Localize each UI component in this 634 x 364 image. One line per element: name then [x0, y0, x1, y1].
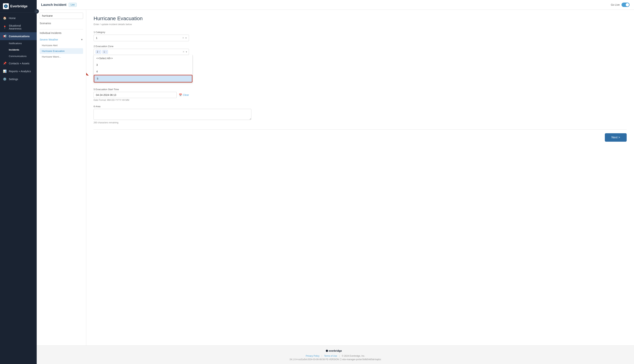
footer-logo: everbridge: [40, 348, 631, 354]
evacuation-zone-clear-icon[interactable]: ×: [183, 50, 184, 54]
sidebar-item-communications-label: Communications: [9, 35, 30, 38]
page-title: Launch Incident: [41, 3, 66, 7]
evacuation-zone-number: 2: [94, 45, 95, 48]
home-icon: 🏠: [3, 16, 7, 20]
date-field-row: 📅 Clear: [94, 92, 189, 98]
left-panel: Scenarios Individual Incidents Severe We…: [37, 10, 86, 346]
sidebar-item-contacts-assets-label: Contacts + Assets: [9, 62, 29, 65]
category-field-number: 1: [94, 31, 95, 34]
area-field-name: Area: [95, 105, 100, 108]
clear-date-button[interactable]: 📅 Clear: [179, 94, 189, 96]
category-chevron-icon: ▼: [81, 38, 83, 41]
sidebar-item-home-label: Home: [9, 17, 16, 20]
incident-title: Hurricane Evacuation: [94, 16, 627, 22]
area-textarea[interactable]: [94, 109, 251, 120]
sidebar: Everbridge ‹‹ 🏠 Home 📍 Situational Aware…: [0, 0, 37, 364]
sidebar-notifications-label: Notifications: [9, 42, 22, 45]
terms-of-use-link[interactable]: Terms of Use: [324, 355, 337, 357]
evacuation-start-time-number: 5: [94, 88, 95, 91]
evacuation-zone-dropdown: <<Select All>> 3 4 5: [94, 55, 193, 83]
severe-weather-label: Severe Weather: [40, 38, 58, 41]
sidebar-item-home[interactable]: 🏠 Home: [0, 14, 37, 22]
calendar-icon: 📅: [179, 94, 182, 96]
evacuation-zone-tag-2-remove[interactable]: ×: [99, 51, 100, 53]
app-name: Everbridge: [10, 4, 28, 8]
bottom-section: Next >: [94, 130, 627, 142]
sidebar-incidents-label: Incidents: [9, 48, 19, 51]
communications-icon: 📢: [3, 34, 7, 38]
next-button[interactable]: Next >: [605, 133, 627, 142]
clear-date-label: Clear: [183, 94, 189, 96]
settings-icon: ⚙️: [3, 77, 7, 81]
incident-subtitle: Enter / update incident details below: [94, 23, 627, 26]
evacuation-start-time-section: 5 Evacuation Start Time 📅 Clear Date For…: [94, 88, 627, 101]
footer-copyright: © 2024 Everbridge, Inc.: [342, 355, 365, 357]
evacuation-zone-multiselect[interactable]: 2 × 1 × × ▾: [94, 49, 189, 55]
incident-hurricane-alert[interactable]: Hurricane Alert: [40, 42, 83, 48]
svg-text:everbridge: everbridge: [329, 349, 342, 352]
category-field-section: 1 Category 1 × ▾: [94, 31, 627, 41]
category-dropdown-icon[interactable]: ▾: [185, 37, 187, 39]
go-live-toggle[interactable]: [621, 2, 629, 7]
sidebar-item-incidents[interactable]: Incidents: [0, 46, 37, 53]
topbar-right: Go Live: [611, 2, 629, 7]
area-field-number: 6: [94, 105, 95, 108]
info-icon: ⓘ: [340, 358, 342, 361]
topbar: Launch Incident Live Go Live: [37, 0, 634, 10]
sidebar-item-settings-label: Settings: [9, 78, 18, 81]
right-panel: Hurricane Evacuation Enter / update inci…: [86, 10, 634, 346]
sidebar-navigation: 🏠 Home 📍 Situational Awareness 📢 Communi…: [0, 13, 37, 364]
topbar-left: Launch Incident Live: [41, 3, 77, 7]
severe-weather-category[interactable]: Severe Weather ▼: [40, 37, 83, 42]
sidebar-item-reports-analytics[interactable]: 📊 Reports + Analytics: [0, 67, 37, 75]
evacuation-zone-field-section: 2 Evacuation Zone 2 × 1 ×: [94, 45, 627, 55]
sidebar-item-communications-sub[interactable]: Communications: [0, 53, 37, 60]
evacuation-zone-field-label: 2 Evacuation Zone: [94, 45, 627, 48]
evacuation-zone-tag-1-remove[interactable]: ×: [106, 51, 107, 53]
everbridge-logo-icon: [3, 3, 9, 9]
sidebar-item-situational-awareness-label: Situational Awareness: [9, 24, 34, 30]
evacuation-start-time-label: 5 Evacuation Start Time: [94, 88, 627, 91]
live-badge: Live: [69, 3, 77, 7]
search-input[interactable]: [40, 13, 83, 19]
scenarios-label: Scenarios: [40, 22, 83, 25]
sidebar-item-situational-awareness[interactable]: 📍 Situational Awareness: [0, 22, 37, 32]
footer-version: 24.1.0.4-ca31a5d-2024-03-06-06:56 FE-VER…: [40, 358, 631, 361]
sidebar-communications-sub-label: Communications: [9, 55, 27, 58]
dropdown-select-all[interactable]: <<Select All>>: [94, 55, 192, 62]
category-clear-icon[interactable]: ×: [182, 36, 184, 40]
incident-hurricane-evacuation[interactable]: Hurricane Evacuation: [40, 48, 83, 54]
privacy-policy-link[interactable]: Privacy Policy: [306, 355, 320, 357]
individual-incidents-label: Individual Incidents: [40, 32, 83, 34]
reports-analytics-icon: 📊: [3, 70, 7, 73]
content-area: Scenarios Individual Incidents Severe We…: [37, 10, 634, 346]
area-field-section: 6 Area 260 characters remaining: [94, 105, 627, 124]
dropdown-item-3[interactable]: 3: [94, 62, 192, 68]
sidebar-logo: Everbridge: [0, 0, 37, 13]
dropdown-item-5[interactable]: 5: [94, 75, 192, 82]
sidebar-item-reports-analytics-label: Reports + Analytics: [9, 70, 31, 73]
sidebar-item-communications[interactable]: 📢 Communications: [0, 32, 37, 40]
date-input[interactable]: [94, 92, 177, 98]
evacuation-start-time-name: Evacuation Start Time: [96, 88, 119, 91]
evacuation-zone-name: Evacuation Zone: [96, 45, 114, 48]
dropdown-item-4[interactable]: 4: [94, 68, 192, 75]
footer-links: Privacy Policy | Terms of Use | © 2024 E…: [40, 355, 631, 357]
actions-row: Next >: [94, 133, 627, 142]
category-select-value: 1: [96, 36, 182, 40]
footer-everbridge-logo: everbridge: [324, 348, 346, 353]
char-remaining: 260 characters remaining: [94, 121, 627, 124]
evacuation-zone-tag-1: 1 ×: [102, 50, 108, 54]
incident-hurricane-warning[interactable]: Hurricane Warni...: [40, 54, 83, 60]
footer: everbridge Privacy Policy | Terms of Use…: [37, 346, 634, 364]
situational-awareness-icon: 📍: [3, 26, 7, 29]
sidebar-item-contacts-assets[interactable]: 📌 Contacts + Assets: [0, 60, 37, 67]
contacts-assets-icon: 📌: [3, 62, 7, 65]
date-format-hint: Date Format: MM-DD-YYYY HH:MM: [94, 99, 627, 101]
sidebar-item-settings[interactable]: ⚙️ Settings: [0, 75, 37, 83]
category-select[interactable]: 1 × ▾: [94, 35, 189, 41]
main-area: Launch Incident Live Go Live Scenarios I…: [37, 0, 634, 364]
category-field-name: Category: [96, 31, 105, 34]
evacuation-zone-dropdown-icon[interactable]: ▾: [186, 50, 187, 53]
sidebar-item-notifications[interactable]: Notifications: [0, 40, 37, 46]
